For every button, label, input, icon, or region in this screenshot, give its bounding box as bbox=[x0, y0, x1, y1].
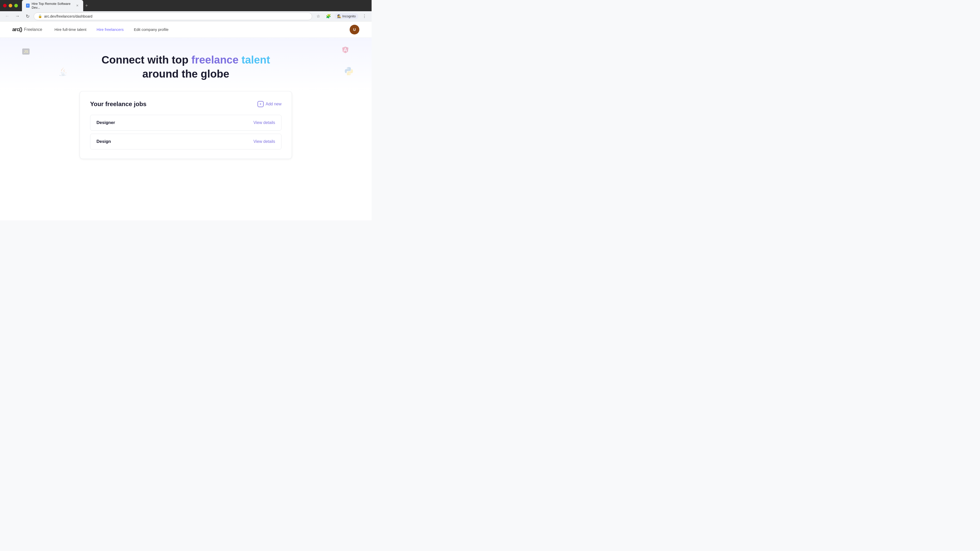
hero-title-part2: around the globe bbox=[142, 68, 229, 80]
extensions-button[interactable]: 🧩 bbox=[325, 12, 332, 21]
job-name-1: Designer bbox=[97, 120, 115, 125]
add-new-button[interactable]: + Add new bbox=[258, 101, 282, 107]
jobs-title: Your freelance jobs bbox=[90, 100, 146, 108]
logo-freelance-text: Freelance bbox=[24, 27, 42, 32]
tab-bar: T Hire Top Remote Software Dev... ✕ + bbox=[22, 0, 369, 11]
nav-edit-company[interactable]: Edit company profile bbox=[134, 27, 169, 32]
hero-section: JS bbox=[0, 38, 372, 91]
view-details-button-2[interactable]: View details bbox=[253, 139, 275, 144]
view-details-button-1[interactable]: View details bbox=[253, 121, 275, 125]
hero-title: Connect with top freelance talent around… bbox=[12, 53, 360, 81]
new-tab-button[interactable]: + bbox=[83, 0, 90, 11]
add-new-label: Add new bbox=[266, 102, 282, 106]
active-tab[interactable]: T Hire Top Remote Software Dev... ✕ bbox=[22, 0, 83, 11]
browser-actions: ☆ 🧩 🕵 Incognito ⋮ bbox=[314, 12, 369, 21]
incognito-badge: 🕵 Incognito bbox=[334, 13, 358, 19]
nav-links: Hire full-time talent Hire freelancers E… bbox=[55, 27, 337, 32]
menu-button[interactable]: ⋮ bbox=[360, 12, 369, 21]
plus-icon: + bbox=[258, 101, 264, 107]
jobs-section: Your freelance jobs + Add new Designer V… bbox=[73, 91, 298, 174]
page-content: arc() Freelance Hire full-time talent Hi… bbox=[0, 21, 372, 221]
url-text: arc.dev/freelancers/dashboard bbox=[44, 14, 92, 18]
forward-button[interactable]: → bbox=[13, 12, 21, 21]
address-bar: ← → ↻ 🔒 arc.dev/freelancers/dashboard ☆ … bbox=[0, 11, 372, 21]
jobs-header: Your freelance jobs + Add new bbox=[90, 100, 282, 108]
window-controls bbox=[3, 4, 18, 7]
nav-hire-freelancers[interactable]: Hire freelancers bbox=[97, 27, 124, 32]
job-name-2: Design bbox=[97, 139, 111, 144]
tab-title: Hire Top Remote Software Dev... bbox=[32, 2, 73, 10]
close-window-button[interactable] bbox=[3, 4, 6, 7]
hero-title-space bbox=[239, 54, 242, 66]
job-item-2: Design View details bbox=[90, 134, 282, 149]
reload-button[interactable]: ↻ bbox=[24, 12, 32, 21]
incognito-label: Incognito bbox=[342, 14, 356, 18]
tab-favicon: T bbox=[26, 3, 30, 8]
logo-link[interactable]: arc() Freelance bbox=[12, 27, 42, 32]
hero-title-freelance: freelance bbox=[191, 54, 239, 66]
job-item-1: Designer View details bbox=[90, 115, 282, 130]
hero-title-part1: Connect with top bbox=[102, 54, 191, 66]
hero-title-talent: talent bbox=[242, 54, 270, 66]
logo-arc-text: arc() bbox=[12, 27, 22, 32]
secure-icon: 🔒 bbox=[38, 14, 42, 18]
navbar: arc() Freelance Hire full-time talent Hi… bbox=[0, 21, 372, 38]
back-button[interactable]: ← bbox=[3, 12, 11, 21]
maximize-window-button[interactable] bbox=[14, 4, 18, 7]
incognito-icon: 🕵 bbox=[337, 14, 341, 18]
avatar[interactable]: U bbox=[350, 25, 360, 35]
jobs-card: Your freelance jobs + Add new Designer V… bbox=[80, 91, 292, 159]
tab-close-button[interactable]: ✕ bbox=[76, 3, 79, 8]
minimize-window-button[interactable] bbox=[9, 4, 12, 7]
nav-hire-fulltime[interactable]: Hire full-time talent bbox=[55, 27, 86, 32]
url-bar[interactable]: 🔒 arc.dev/freelancers/dashboard bbox=[34, 13, 312, 20]
bookmark-button[interactable]: ☆ bbox=[314, 12, 322, 21]
browser-chrome: T Hire Top Remote Software Dev... ✕ + bbox=[0, 0, 372, 11]
avatar-initials: U bbox=[353, 27, 356, 32]
